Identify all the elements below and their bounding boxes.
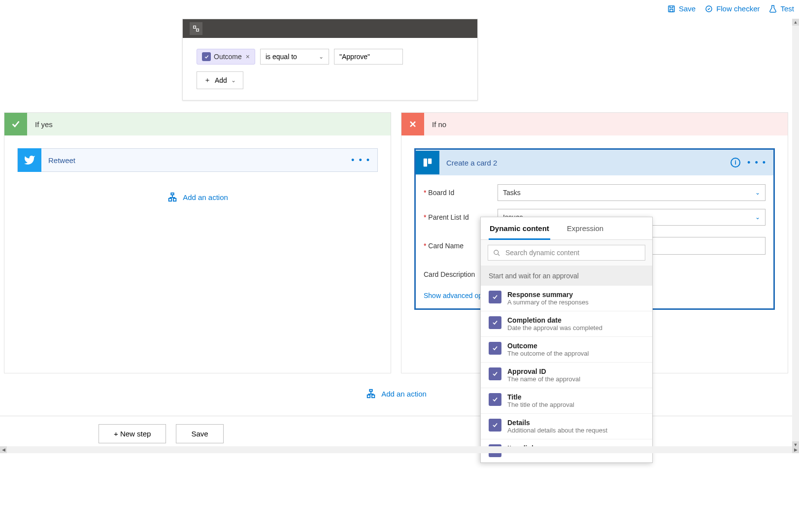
svg-rect-11 (369, 390, 372, 392)
branch-yes-body: Retweet • • • Add an action (4, 135, 391, 225)
retweet-action[interactable]: Retweet • • • (17, 148, 378, 172)
top-toolbar: Save Flow checker Test (667, 0, 794, 17)
twitter-icon (18, 148, 41, 172)
approval-token-icon (202, 52, 211, 61)
svg-point-14 (494, 250, 499, 254)
dynamic-item-title: Approval ID (507, 367, 580, 375)
svg-rect-6 (424, 159, 427, 167)
flow-canvas: Condition 2 Outcome × is equal to ⌄ "App… (0, 19, 792, 532)
condition-icon (190, 22, 202, 35)
condition-value-text: "Approve" (339, 53, 370, 61)
add-action-yes-label: Add an action (183, 193, 228, 201)
dynamic-item-desc: The outcome of the approval (507, 350, 589, 357)
dynamic-item[interactable]: Title The title of the approval (481, 388, 652, 414)
chevron-down-icon: ⌄ (231, 77, 236, 84)
flow-checker-icon (704, 4, 713, 13)
dynamic-item[interactable]: Completion date Date the approval was co… (481, 311, 652, 337)
test-label: Test (780, 4, 794, 13)
dynamic-item-desc: Date the approval was completed (507, 324, 602, 332)
branch-no-header[interactable]: If no (401, 113, 788, 135)
condition-card[interactable]: Condition 2 Outcome × is equal to ⌄ "App… (182, 19, 478, 100)
dynamic-item[interactable]: Details Additional details about the req… (481, 414, 652, 439)
svg-rect-1 (670, 9, 673, 11)
condition-branches: If yes Retweet • • • Add an action (4, 112, 788, 373)
close-icon (401, 113, 424, 135)
dynamic-item-desc: Additional details about the request (507, 427, 607, 434)
footer-bar: + New step Save (0, 416, 792, 443)
add-action-icon (366, 388, 376, 399)
check-icon (4, 113, 27, 135)
test-icon (768, 4, 777, 13)
scroll-left-icon[interactable]: ◀ (0, 446, 7, 453)
add-action-center[interactable]: Add an action (0, 378, 792, 409)
info-icon[interactable]: i (731, 158, 740, 167)
remove-token-icon[interactable]: × (246, 53, 250, 61)
create-card-header[interactable]: Create a card 2 i • • • (416, 150, 773, 175)
add-action-icon (167, 192, 178, 202)
condition-value-input[interactable]: "Approve" (334, 49, 403, 65)
save-step-button[interactable]: Save (176, 424, 223, 443)
svg-rect-7 (428, 159, 432, 164)
tab-expression[interactable]: Expression (558, 217, 612, 239)
save-label: Save (679, 4, 696, 13)
save-step-label: Save (191, 430, 208, 438)
dynamic-item-desc: The name of the approval (507, 375, 580, 383)
dynamic-item-title: Title (507, 393, 574, 401)
dynamic-item-title: Completion date (507, 316, 602, 324)
condition-token-label: Outcome (214, 53, 242, 61)
chevron-down-icon: ⌄ (755, 214, 760, 221)
retweet-title: Retweet (41, 156, 351, 165)
condition-header[interactable]: Condition 2 (183, 19, 477, 38)
add-action-yes[interactable]: Add an action (17, 182, 378, 212)
dynamic-search-input[interactable]: Search dynamic content (488, 245, 645, 261)
dynamic-item-title: Details (507, 419, 607, 427)
approval-token-icon (489, 342, 501, 355)
branch-yes-header[interactable]: If yes (4, 113, 391, 135)
dynamic-item[interactable]: Approval ID The name of the approval (481, 363, 652, 388)
condition-token[interactable]: Outcome × (197, 49, 255, 65)
dynamic-section-label: Start and wait for an approval (489, 272, 579, 280)
branch-no-label: If no (432, 120, 446, 129)
dynamic-search-placeholder: Search dynamic content (505, 249, 579, 257)
condition-operator-select[interactable]: is equal to ⌄ (260, 49, 329, 65)
condition-add-button[interactable]: ＋ Add ⌄ (197, 71, 243, 89)
flow-checker-button[interactable]: Flow checker (704, 4, 760, 13)
condition-body: Outcome × is equal to ⌄ "Approve" ＋ Add … (183, 38, 477, 100)
save-button[interactable]: Save (667, 4, 696, 13)
board-id-select[interactable]: Tasks ⌄ (498, 184, 766, 201)
dynamic-item-text: Details Additional details about the req… (507, 419, 607, 434)
scroll-right-icon[interactable]: ▶ (792, 446, 799, 453)
retweet-menu-icon[interactable]: • • • (351, 155, 370, 166)
svg-rect-3 (171, 193, 174, 195)
dynamic-item-desc: The title of the approval (507, 401, 574, 408)
svg-rect-12 (367, 395, 370, 398)
board-id-row: Board Id Tasks ⌄ (424, 180, 766, 205)
search-icon (493, 249, 500, 257)
svg-rect-5 (173, 199, 176, 201)
svg-rect-4 (169, 199, 172, 201)
scroll-up-icon[interactable]: ▲ (792, 19, 799, 26)
approval-token-icon (489, 291, 501, 303)
dynamic-item-desc: A summary of the responses (507, 299, 589, 306)
branch-yes-label: If yes (35, 120, 53, 129)
dynamic-item[interactable]: Response summary A summary of the respon… (481, 286, 652, 311)
test-button[interactable]: Test (768, 4, 794, 13)
dynamic-tabs: Dynamic content Expression (481, 217, 652, 240)
vertical-scrollbar[interactable]: ▲ ▼ (792, 19, 799, 448)
approval-token-icon (489, 419, 501, 432)
dynamic-item[interactable]: Outcome The outcome of the approval (481, 337, 652, 363)
horizontal-scrollbar[interactable]: ◀ ▶ (0, 446, 799, 453)
board-id-label: Board Id (424, 189, 498, 197)
new-step-label: + New step (114, 430, 151, 438)
dynamic-section-header: Start and wait for an approval (481, 266, 652, 286)
tab-expression-label: Expression (567, 224, 603, 233)
create-card-title: Create a card 2 (439, 159, 731, 167)
create-card-menu-icon[interactable]: • • • (747, 158, 766, 168)
new-step-button[interactable]: + New step (99, 424, 166, 443)
condition-operator-value: is equal to (266, 53, 297, 61)
dynamic-item-text: Outcome The outcome of the approval (507, 342, 589, 357)
dynamic-content-panel: Dynamic content Expression Search dynami… (480, 217, 653, 463)
save-icon (667, 4, 676, 13)
dynamic-item-title: Outcome (507, 342, 589, 350)
tab-dynamic-content[interactable]: Dynamic content (481, 217, 558, 239)
